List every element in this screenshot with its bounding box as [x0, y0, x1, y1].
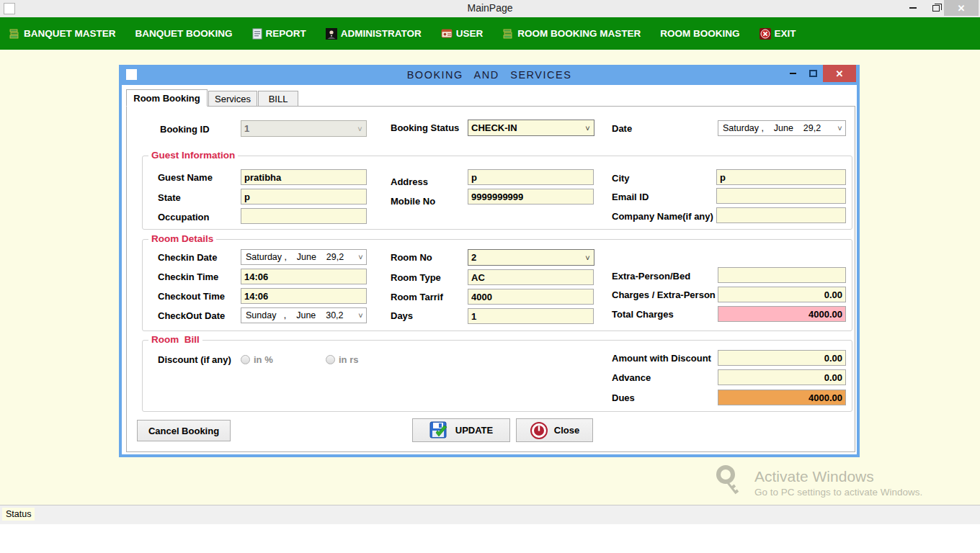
room-no-combobox[interactable]: 2 ˅ [468, 249, 594, 266]
email-id-label: Email ID [612, 192, 649, 202]
menu-administrator[interactable]: ADMINISTRATOR [326, 28, 422, 40]
booking-status-value: CHECK-IN [468, 122, 582, 133]
address-input[interactable] [468, 169, 594, 185]
booking-status-combobox[interactable]: CHECK-IN ˅ [468, 120, 594, 136]
date-value: Saturday , June 29,2 [718, 123, 834, 133]
email-id-input[interactable] [716, 188, 846, 204]
mobile-no-input[interactable] [468, 189, 594, 204]
dialog-title: BOOKING AND SERVICES [119, 69, 860, 81]
activate-windows-watermark: Activate Windows Go to PC settings to ac… [710, 464, 969, 505]
dialog-titlebar: BOOKING AND SERVICES ✕ [119, 65, 860, 85]
tab-label: Room Booking [133, 93, 200, 104]
discount-label: Discount (if any) [158, 354, 231, 365]
checkout-time-input[interactable] [241, 288, 367, 304]
advance-input[interactable] [718, 369, 846, 385]
chevron-down-icon: ˅ [354, 125, 366, 133]
room-type-input[interactable] [468, 269, 594, 285]
discount-rs-radio[interactable] [326, 355, 335, 364]
booking-services-dialog: BOOKING AND SERVICES ✕ Room Booking Serv… [119, 65, 860, 457]
update-label: UPDATE [455, 425, 493, 436]
close-icon: ✕ [836, 68, 844, 79]
update-button[interactable]: UPDATE [412, 418, 510, 442]
checkin-time-label: Checkin Time [158, 271, 218, 282]
company-name-label: Company Name(if any) [612, 211, 713, 222]
room-tarrif-input[interactable] [468, 289, 594, 305]
watermark-title: Activate Windows [754, 468, 874, 485]
menu-room-booking-master[interactable]: ROOM BOOKING MASTER [502, 28, 641, 40]
chevron-down-icon: ˅ [582, 253, 594, 262]
group-title: Guest Information [148, 150, 238, 161]
cancel-booking-button[interactable]: Cancel Booking [137, 420, 231, 441]
dialog-close-button[interactable]: ✕ [823, 65, 856, 82]
maximize-icon [809, 70, 817, 77]
minimize-icon [790, 73, 796, 74]
ledger-icon [9, 28, 20, 40]
extra-person-bed-label: Extra-Person/Bed [612, 271, 690, 282]
chevron-down-icon: ˅ [355, 253, 366, 261]
extra-person-bed-input[interactable] [718, 267, 846, 283]
chevron-down-icon: ˅ [834, 124, 845, 132]
tab-bill[interactable]: BILL [258, 91, 298, 107]
city-input[interactable] [716, 169, 846, 185]
charges-extra-person-input[interactable] [718, 287, 846, 302]
discount-percent-radio[interactable] [241, 355, 250, 364]
close-label: Close [554, 425, 579, 436]
tab-room-booking[interactable]: Room Booking [126, 89, 208, 107]
checkout-date-label: CheckOut Date [158, 310, 225, 321]
menu-user[interactable]: USER [441, 28, 484, 39]
date-picker[interactable]: Saturday , June 29,2 ˅ [718, 120, 846, 136]
amount-with-discount-label: Amount with Discount [612, 353, 711, 364]
occupation-input[interactable] [241, 208, 367, 224]
menu-label: EXIT [775, 28, 796, 39]
checkout-date-value: Sunday , June 30,2 [241, 310, 355, 320]
room-no-label: Room No [391, 252, 432, 263]
dues-label: Dues [612, 392, 635, 403]
total-charges-input[interactable] [718, 306, 846, 322]
key-icon [710, 464, 747, 502]
checkin-time-input[interactable] [241, 269, 367, 284]
dues-input[interactable] [718, 390, 846, 405]
menu-banquet-booking[interactable]: BANQUET BOOKING [135, 28, 233, 39]
menu-room-booking[interactable]: ROOM BOOKING [660, 28, 739, 39]
exit-icon [760, 28, 771, 40]
checkout-date-picker[interactable]: Sunday , June 30,2 ˅ [241, 307, 367, 323]
state-input[interactable] [241, 189, 367, 204]
tab-services[interactable]: Services [208, 91, 257, 107]
booking-id-combobox[interactable]: 1 ˅ [241, 120, 367, 137]
days-input[interactable] [468, 308, 594, 324]
dialog-minimize-button[interactable] [783, 65, 802, 82]
close-button[interactable]: ✕ [944, 0, 979, 16]
save-floppy-icon [429, 421, 450, 440]
date-label: Date [612, 123, 632, 134]
company-name-input[interactable] [716, 207, 846, 223]
dialog-maximize-button[interactable] [803, 65, 822, 82]
guest-name-input[interactable] [241, 169, 367, 185]
menu-exit[interactable]: EXIT [760, 28, 796, 40]
advance-label: Advance [612, 372, 651, 383]
booking-id-label: Booking ID [160, 124, 210, 135]
main-window-title: MainPage [0, 2, 980, 14]
booking-status-label: Booking Status [391, 122, 459, 133]
group-title: Room Details [148, 233, 216, 244]
menu-label: USER [456, 28, 484, 39]
checkout-time-label: Checkout Time [158, 291, 225, 302]
chevron-down-icon: ˅ [582, 124, 594, 132]
room-type-label: Room Type [391, 272, 441, 283]
tab-label: BILL [269, 94, 288, 104]
cancel-booking-label: Cancel Booking [148, 426, 219, 436]
menu-report[interactable]: REPORT [252, 28, 306, 40]
admin-icon [326, 28, 337, 40]
checkin-date-picker[interactable]: Saturday , June 29,2 ˅ [241, 249, 367, 265]
menu-label: BANQUET MASTER [24, 28, 116, 39]
charges-extra-person-label: Charges / Extra-Person [612, 289, 716, 300]
amount-with-discount-input[interactable] [718, 350, 846, 366]
tab-label: Services [215, 94, 251, 104]
status-bar: Status [0, 505, 980, 524]
occupation-label: Occupation [158, 212, 210, 222]
close-dialog-button[interactable]: Close [516, 418, 593, 442]
mobile-no-label: Mobile No [391, 196, 435, 207]
group-title: Room Bill [148, 334, 202, 345]
menu-banquet-master[interactable]: BANQUET MASTER [9, 28, 116, 40]
room-tarrif-label: Room Tarrif [391, 292, 443, 302]
minimize-button[interactable] [902, 0, 924, 16]
